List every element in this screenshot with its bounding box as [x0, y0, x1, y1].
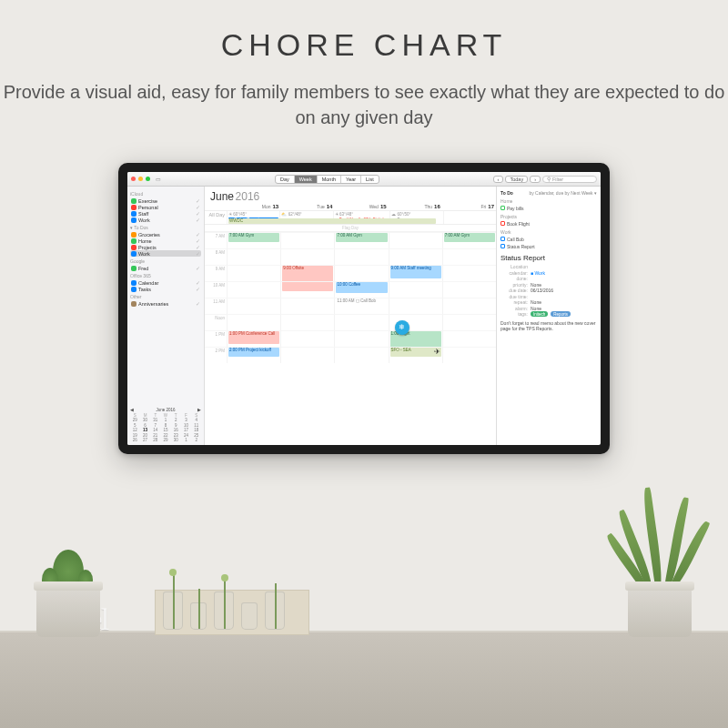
view-day[interactable]: Day: [276, 176, 295, 183]
view-year[interactable]: Year: [341, 176, 361, 183]
sidebar-item[interactable]: Anniversaries✓: [130, 300, 201, 307]
sidebar-item[interactable]: Personal✓: [130, 204, 201, 210]
event[interactable]: 1:00 PM Conference Call: [228, 331, 279, 344]
time-cell[interactable]: [227, 248, 280, 265]
filter-placeholder: Filter: [552, 177, 563, 182]
mini-calendar[interactable]: ◀June 2016▶SMTWTFS2930311234567891011121…: [130, 406, 201, 443]
view-segmented-control[interactable]: DayWeekMonthYearList: [275, 175, 379, 184]
todo-item[interactable]: Status Report: [500, 243, 597, 249]
time-cell[interactable]: 7:00 AM Gym: [442, 232, 496, 248]
time-cell[interactable]: [389, 281, 442, 298]
cactus-plant: [36, 587, 100, 637]
today-button[interactable]: Today: [505, 176, 528, 183]
event[interactable]: 7:00 AM Gym: [228, 233, 279, 242]
sidebar-group[interactable]: Office 365: [130, 273, 201, 278]
time-cell[interactable]: [280, 248, 334, 265]
day-header: Thu16: [389, 203, 442, 210]
sidebar-item[interactable]: Staff✓: [130, 210, 201, 217]
time-cell[interactable]: 9:00 Offsite: [280, 265, 334, 281]
sidebar: iCloudExercise✓Personal✓Staff✓Work✓▾ To …: [127, 187, 205, 445]
time-cell[interactable]: [280, 298, 334, 314]
tag[interactable]: Initech: [531, 311, 548, 317]
time-cell[interactable]: [442, 314, 496, 330]
todo-item[interactable]: Book Flight: [500, 220, 597, 227]
time-cell[interactable]: [442, 281, 496, 298]
event[interactable]: 2:00 PM Project kickoff: [228, 348, 279, 357]
time-cell[interactable]: 7:00 AM Gym: [227, 232, 280, 248]
sidebar-item[interactable]: Home✓: [130, 238, 201, 244]
close-icon[interactable]: [131, 177, 136, 181]
time-cell[interactable]: [334, 347, 388, 363]
time-cell[interactable]: 1:00 PM Conference Call: [227, 330, 280, 347]
view-list[interactable]: List: [361, 176, 379, 183]
time-cell[interactable]: [389, 298, 442, 314]
time-cell[interactable]: [334, 314, 388, 330]
sidebar-item[interactable]: Work✓: [130, 250, 201, 257]
todo-item[interactable]: Call Bob: [500, 236, 597, 242]
sidebar-toggle-icon[interactable]: ▭: [156, 177, 161, 182]
time-cell[interactable]: 10:00 Coffee: [334, 281, 388, 298]
minimize-icon[interactable]: [138, 177, 143, 181]
event[interactable]: 9:00 AM Staff meeting: [390, 266, 441, 278]
sidebar-item[interactable]: Projects✓: [130, 244, 201, 250]
view-month[interactable]: Month: [318, 176, 341, 183]
event[interactable]: 10:00 Coffee: [336, 282, 387, 293]
todo-panel: To Doby Calendar, due by Next Week ▾Home…: [496, 187, 601, 445]
time-cell[interactable]: [227, 314, 280, 330]
time-cell[interactable]: 2:00 PM Project kickoff: [227, 347, 280, 363]
time-cell[interactable]: SFO - SEA✈: [389, 347, 442, 363]
time-cell[interactable]: [334, 265, 388, 281]
todo-item[interactable]: Pay bills: [500, 205, 597, 211]
time-cell[interactable]: [280, 347, 334, 363]
tag[interactable]: Reports: [551, 311, 571, 317]
sidebar-item[interactable]: Tasks✓: [130, 286, 201, 292]
time-cell[interactable]: [442, 330, 496, 347]
event[interactable]: 11:00 AM ◻ Call Bob: [336, 298, 387, 309]
time-cell[interactable]: [280, 330, 334, 347]
week-grid[interactable]: 7 AM7:00 AM Gym7:00 AM Gym7:00 AM Gym8 A…: [205, 232, 496, 446]
sidebar-group[interactable]: ▾ To Dos: [130, 225, 201, 230]
shelf: [0, 632, 728, 728]
prev-button[interactable]: ‹: [493, 176, 504, 183]
next-button[interactable]: ›: [530, 176, 541, 183]
hero: CHORE CHART Provide a visual aid, easy f…: [0, 0, 728, 130]
time-cell[interactable]: [280, 281, 334, 298]
traffic-lights[interactable]: [131, 177, 150, 181]
sidebar-group[interactable]: Other: [130, 294, 201, 299]
sidebar-item[interactable]: Exercise✓: [130, 197, 201, 204]
time-cell[interactable]: [442, 265, 496, 281]
window-toolbar: ▭ DayWeekMonthYearList ‹ Today › ⚲ Filte…: [127, 172, 601, 187]
time-cell[interactable]: [442, 347, 496, 363]
sidebar-item[interactable]: Groceries✓: [130, 231, 201, 238]
hero-subtitle: Provide a visual aid, easy for family me…: [0, 79, 728, 130]
event[interactable]: 7:00 AM Gym: [336, 233, 387, 242]
sidebar-group[interactable]: Google: [130, 258, 201, 264]
sidebar-item[interactable]: Work✓: [130, 217, 201, 223]
view-week[interactable]: Week: [295, 176, 318, 183]
time-cell[interactable]: 1:00 Flight❄: [389, 330, 442, 347]
event[interactable]: 7:00 AM Gym: [444, 233, 495, 242]
allday-cell[interactable]: ☀ 60°/45°WWDC◻ Status Report: [227, 211, 279, 224]
zoom-icon[interactable]: [146, 177, 150, 181]
hero-title: CHORE CHART: [0, 27, 728, 63]
time-cell[interactable]: [227, 298, 280, 314]
time-cell[interactable]: [442, 298, 496, 314]
time-cell[interactable]: [227, 281, 280, 298]
sidebar-item[interactable]: Fred✓: [130, 265, 201, 271]
time-cell[interactable]: [334, 330, 388, 347]
filter-input[interactable]: ⚲ Filter: [542, 176, 597, 183]
day-header: Wed15: [334, 203, 388, 210]
time-cell[interactable]: [280, 232, 334, 248]
time-cell[interactable]: 7:00 AM Gym: [334, 232, 388, 248]
time-cell[interactable]: [389, 232, 442, 248]
allday-cell[interactable]: [443, 211, 496, 224]
time-cell[interactable]: 11:00 AM ◻ Call Bob: [334, 298, 388, 314]
time-cell[interactable]: [280, 314, 334, 330]
time-cell[interactable]: [334, 248, 388, 265]
time-cell[interactable]: [442, 248, 496, 265]
time-cell[interactable]: 9:00 AM Staff meeting: [389, 265, 442, 281]
sidebar-item[interactable]: Calendar✓: [130, 279, 201, 286]
time-cell[interactable]: [227, 265, 280, 281]
time-cell[interactable]: [389, 248, 442, 265]
sidebar-group[interactable]: iCloud: [130, 191, 201, 197]
